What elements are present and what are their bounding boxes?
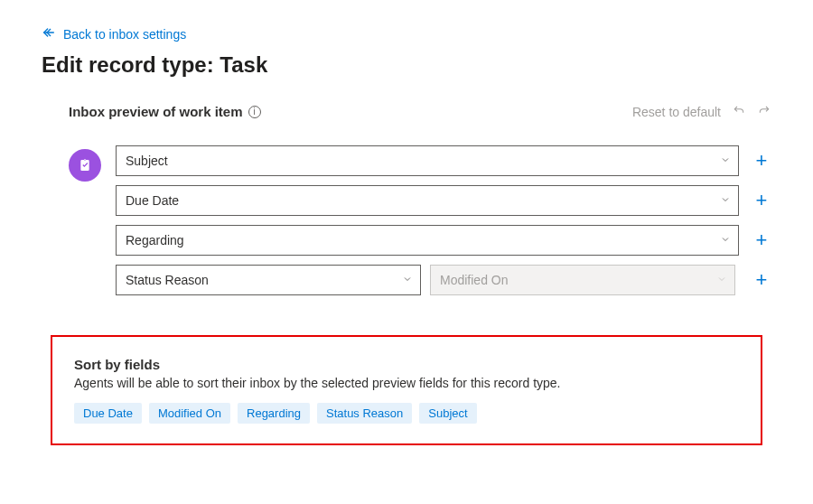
field-select-value: Regarding — [126, 233, 184, 247]
sort-chip[interactable]: Subject — [419, 403, 476, 424]
back-link[interactable]: Back to inbox settings — [42, 25, 186, 42]
arrow-left-icon — [42, 25, 56, 42]
chevron-down-icon — [720, 233, 731, 247]
field-select-value: Status Reason — [126, 273, 209, 287]
sort-by-fields-title: Sort by fields — [74, 357, 739, 372]
task-badge-icon — [69, 149, 101, 182]
page-title: Edit record type: Task — [42, 52, 771, 78]
field-select[interactable]: Regarding — [116, 225, 739, 256]
field-select[interactable]: Subject — [116, 145, 739, 176]
field-select[interactable]: Due Date — [116, 185, 739, 216]
sort-chip[interactable]: Status Reason — [317, 403, 412, 424]
field-select-value: Modified On — [440, 273, 508, 287]
sort-by-fields-description: Agents will be able to sort their inbox … — [74, 376, 739, 390]
sort-chip[interactable]: Due Date — [74, 403, 142, 424]
add-field-button[interactable]: + — [752, 225, 771, 256]
field-select-value: Due Date — [126, 193, 179, 208]
sort-chip[interactable]: Modified On — [149, 403, 230, 424]
back-link-label: Back to inbox settings — [63, 27, 186, 42]
undo-icon[interactable] — [732, 103, 746, 120]
preview-section-label: Inbox preview of work item i — [69, 104, 261, 119]
chevron-down-icon — [720, 193, 731, 208]
field-select: Modified On — [430, 265, 735, 295]
reset-to-default-button[interactable]: Reset to default — [632, 105, 721, 119]
chevron-down-icon — [720, 154, 731, 168]
chevron-down-icon — [402, 273, 413, 287]
add-field-button[interactable]: + — [752, 145, 771, 176]
sort-chip[interactable]: Regarding — [238, 403, 310, 424]
field-select[interactable]: Status Reason — [116, 265, 421, 295]
add-field-button[interactable]: + — [752, 265, 771, 295]
chevron-down-icon — [716, 273, 727, 287]
info-icon[interactable]: i — [248, 106, 261, 118]
sort-by-fields-panel: Sort by fields Agents will be able to so… — [51, 335, 762, 445]
add-field-button[interactable]: + — [752, 185, 771, 216]
redo-icon[interactable] — [757, 103, 771, 120]
preview-section-label-text: Inbox preview of work item — [69, 104, 243, 119]
field-select-value: Subject — [126, 154, 168, 168]
